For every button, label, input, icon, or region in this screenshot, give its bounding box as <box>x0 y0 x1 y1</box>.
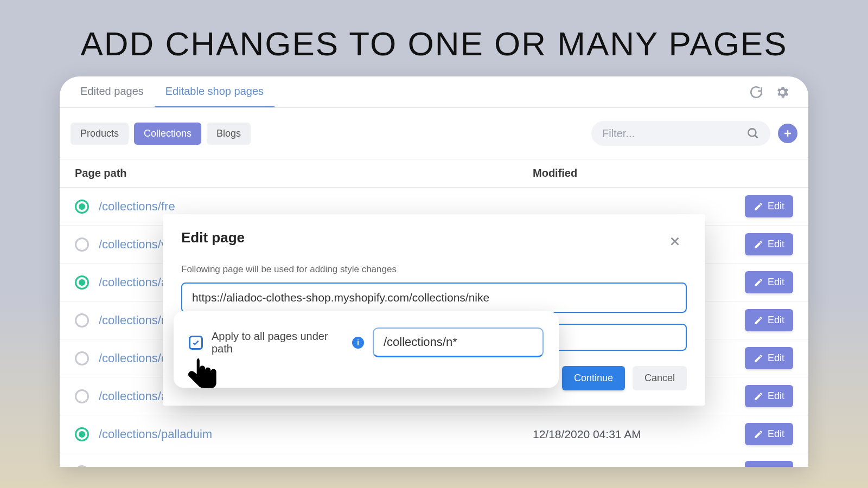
svg-point-0 <box>748 129 756 136</box>
edit-button[interactable]: Edit <box>745 271 793 293</box>
pencil-icon <box>754 391 763 401</box>
table-header: Page path Modified <box>60 159 808 188</box>
col-modified: Modified <box>533 167 717 179</box>
filter-input[interactable] <box>602 127 739 140</box>
chip-collections[interactable]: Collections <box>134 123 201 145</box>
row-radio[interactable] <box>75 389 89 403</box>
filter-box <box>591 121 770 146</box>
pencil-icon <box>754 354 763 363</box>
page-title: ADD CHANGES TO ONE OR MANY PAGES <box>0 0 868 76</box>
edit-button[interactable]: Edit <box>745 385 793 407</box>
row-radio[interactable] <box>75 465 89 467</box>
row-radio[interactable] <box>75 200 89 214</box>
pencil-icon <box>754 240 763 249</box>
search-icon[interactable] <box>746 126 760 140</box>
row-radio[interactable] <box>75 313 89 328</box>
apply-all-label: Apply to all pages under path <box>212 330 343 355</box>
tab-edited-pages[interactable]: Edited pages <box>69 76 155 108</box>
row-path[interactable]: /collections/puma <box>99 465 191 467</box>
edit-button[interactable]: Edit <box>745 195 793 217</box>
edit-button[interactable]: Edit <box>745 309 793 331</box>
pencil-icon <box>754 278 763 287</box>
row-radio[interactable] <box>75 275 89 290</box>
info-icon[interactable]: i <box>352 337 364 349</box>
table-row: /collections/palladuim 12/18/2020 04:31 … <box>60 415 808 453</box>
modal-help-text: Following page will be used for adding s… <box>181 264 687 275</box>
row-radio[interactable] <box>75 427 89 441</box>
close-icon[interactable] <box>663 229 687 253</box>
pencil-icon <box>754 202 763 211</box>
row-radio[interactable] <box>75 351 89 365</box>
row-radio[interactable] <box>75 237 89 252</box>
page-url-input[interactable] <box>181 282 687 313</box>
modal-title: Edit page <box>181 229 245 246</box>
row-path[interactable]: /collections/fre <box>99 200 175 214</box>
chip-blogs[interactable]: Blogs <box>207 123 251 145</box>
edit-button[interactable]: Edit <box>745 423 793 445</box>
refresh-icon[interactable] <box>749 85 764 100</box>
add-button[interactable] <box>778 124 797 143</box>
path-pattern-input[interactable] <box>373 328 544 357</box>
pencil-icon <box>754 316 763 325</box>
tabs: Edited pages Editable shop pages <box>60 76 808 108</box>
table-row: /collections/puma Edit <box>60 453 808 467</box>
edit-button[interactable]: Edit <box>745 347 793 369</box>
edit-button[interactable]: Edit <box>745 461 793 467</box>
apply-all-checkbox[interactable] <box>189 336 203 350</box>
gear-icon[interactable] <box>775 85 790 100</box>
row-modified: 12/18/2020 04:31 AM <box>533 428 717 441</box>
edit-button[interactable]: Edit <box>745 233 793 255</box>
apply-path-card: Apply to all pages under path i <box>174 311 559 388</box>
pointer-hand-icon <box>184 355 221 397</box>
tab-editable-shop-pages[interactable]: Editable shop pages <box>155 76 275 107</box>
cancel-button[interactable]: Cancel <box>633 366 687 390</box>
col-page-path: Page path <box>75 167 533 179</box>
row-path[interactable]: /collections/palladuim <box>99 427 212 441</box>
chip-products[interactable]: Products <box>71 123 129 145</box>
toolbar: Products Collections Blogs <box>60 108 808 159</box>
row-path[interactable]: /collections/ni <box>99 313 170 328</box>
continue-button[interactable]: Continue <box>562 366 625 390</box>
pencil-icon <box>754 429 763 439</box>
